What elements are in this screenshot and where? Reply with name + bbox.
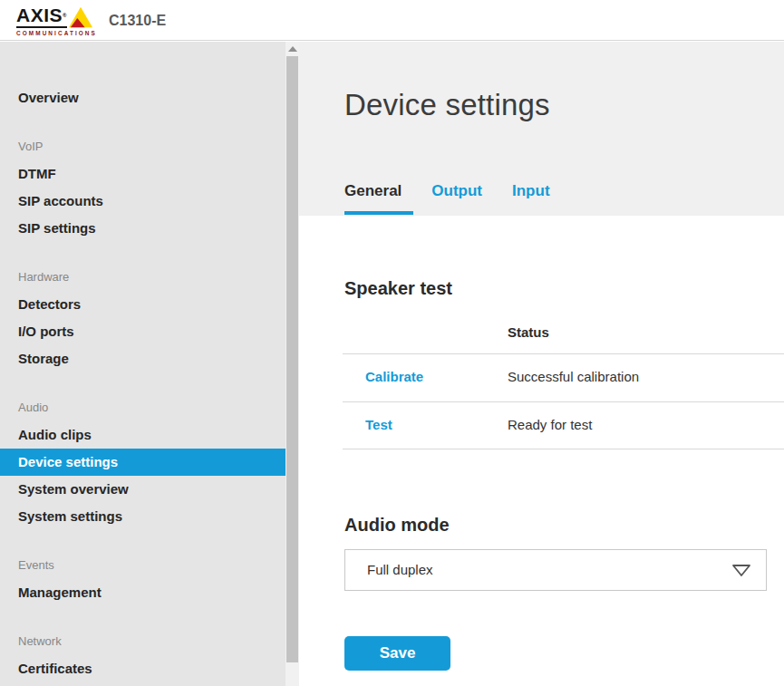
- sidebar-item-overview[interactable]: Overview: [0, 84, 286, 111]
- speaker-test-heading: Speaker test: [344, 278, 452, 299]
- sidebar-item-management[interactable]: Management: [0, 579, 286, 606]
- sidebar-item-sip-accounts[interactable]: SIP accounts: [0, 188, 286, 215]
- status-column-header: Status: [508, 324, 549, 340]
- sidebar-scrollbar[interactable]: [286, 42, 299, 686]
- sidebar-section-network: Network: [0, 628, 286, 655]
- main-content: Device settings General Output Input Spe…: [299, 42, 784, 686]
- dropdown-triangle-icon: [731, 564, 751, 577]
- sidebar-nav: Overview VoIP DTMF SIP accounts SIP sett…: [0, 42, 286, 686]
- save-button[interactable]: Save: [344, 636, 450, 671]
- sidebar-item-detectors[interactable]: Detectors: [0, 291, 286, 318]
- sidebar-section-voip: VoIP: [0, 133, 286, 160]
- tab-output[interactable]: Output: [431, 182, 482, 200]
- table-divider: [343, 353, 784, 354]
- calibrate-status-value: Successful calibration: [508, 369, 639, 384]
- sidebar-item-io-ports[interactable]: I/O ports: [0, 318, 286, 345]
- axis-logo: AXIS® COMMUNICATIONS: [16, 5, 98, 36]
- axis-logo-triangle-icon: [69, 6, 92, 28]
- tab-general[interactable]: General: [344, 182, 402, 200]
- tab-input[interactable]: Input: [512, 182, 550, 200]
- sidebar-item-dtmf[interactable]: DTMF: [0, 160, 286, 188]
- device-model-label: C1310-E: [109, 0, 166, 41]
- sidebar-item-sip-settings[interactable]: SIP settings: [0, 215, 286, 242]
- audio-mode-selected-value: Full duplex: [367, 550, 433, 590]
- audio-mode-heading: Audio mode: [344, 515, 450, 536]
- sidebar-item-system-settings[interactable]: System settings: [0, 503, 286, 530]
- sidebar-section-events: Events: [0, 552, 286, 579]
- sidebar-item-system-overview[interactable]: System overview: [0, 476, 286, 503]
- sidebar-item-device-settings[interactable]: Device settings: [0, 449, 286, 476]
- test-link[interactable]: Test: [365, 417, 392, 432]
- page-title: Device settings: [344, 88, 550, 122]
- audio-mode-dropdown[interactable]: Full duplex: [344, 549, 767, 591]
- axis-logo-wordmark: AXIS®: [16, 5, 67, 28]
- sidebar-item-storage[interactable]: Storage: [0, 345, 286, 372]
- sidebar-section-audio: Audio: [0, 394, 286, 421]
- sidebar-item-certificates[interactable]: Certificates: [0, 655, 286, 682]
- test-status-value: Ready for test: [508, 417, 592, 432]
- sidebar-item-audio-clips[interactable]: Audio clips: [0, 421, 286, 449]
- table-divider: [343, 449, 784, 449]
- table-divider: [343, 401, 784, 402]
- axis-logo-communications: COMMUNICATIONS: [16, 30, 98, 36]
- sidebar-section-hardware: Hardware: [0, 264, 286, 291]
- tab-bar: General Output Input: [344, 182, 550, 200]
- scrollbar-thumb[interactable]: [286, 56, 298, 662]
- calibrate-link[interactable]: Calibrate: [365, 369, 423, 384]
- active-tab-underline: [344, 211, 413, 215]
- top-bar: AXIS® COMMUNICATIONS C1310-E: [0, 0, 784, 41]
- scrollbar-up-arrow-icon[interactable]: [288, 46, 297, 52]
- registered-mark: ®: [63, 13, 67, 18]
